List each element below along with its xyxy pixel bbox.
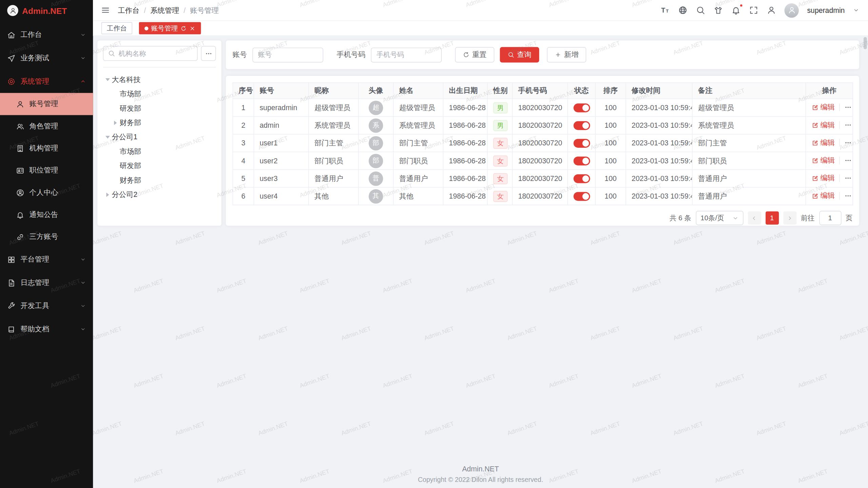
- reset-button[interactable]: 重置: [455, 47, 494, 63]
- username[interactable]: superadmin: [807, 6, 845, 14]
- tree-node-label: 财务部: [120, 118, 141, 128]
- edit-button[interactable]: 编辑: [811, 156, 839, 165]
- tab-account-management[interactable]: 账号管理: [139, 22, 201, 34]
- avatar: 超: [369, 100, 383, 115]
- edit-button[interactable]: 编辑: [811, 120, 839, 130]
- font-size-icon: TT: [660, 5, 670, 15]
- org-more-button[interactable]: [201, 46, 216, 61]
- tree-node[interactable]: 研发部: [103, 159, 216, 173]
- cell-modified: 2023-01-03 10:59:44: [626, 152, 692, 169]
- page-size-value: 10条/页: [701, 213, 724, 223]
- scrollbar-thumb[interactable]: [864, 37, 867, 49]
- breadcrumb-separator: /: [144, 6, 146, 14]
- status-toggle[interactable]: [573, 139, 590, 147]
- edit-button[interactable]: 编辑: [811, 102, 839, 112]
- org-tree-panel: 大名科技市场部研发部财务部分公司1市场部研发部财务部分公司2: [97, 40, 221, 226]
- globe-icon: [678, 5, 688, 15]
- sidebar-item-label: 业务测试: [20, 53, 80, 63]
- add-button[interactable]: 新增: [547, 47, 586, 63]
- cell-remark: 系统管理员: [692, 117, 806, 134]
- chevron-down-icon: [853, 7, 859, 13]
- search-button[interactable]: 查询: [500, 47, 539, 63]
- tree-node[interactable]: 市场部: [103, 144, 216, 159]
- tree-node[interactable]: 大名科技: [103, 73, 216, 87]
- search-icon[interactable]: [696, 5, 705, 15]
- close-icon[interactable]: [189, 25, 195, 31]
- font-size-icon[interactable]: TT: [660, 5, 670, 15]
- sidebar-item-workbench[interactable]: 工作台: [0, 23, 93, 47]
- account-input[interactable]: [252, 47, 323, 62]
- cell-actions: 编辑: [806, 134, 853, 152]
- more-actions-button[interactable]: [839, 104, 852, 111]
- sidebar-item-help-docs[interactable]: 帮助文档: [0, 318, 93, 341]
- sidebar-item-dev-tools[interactable]: 开发工具: [0, 294, 93, 318]
- sidebar-item-label: 职位管理: [29, 165, 86, 175]
- more-actions-button[interactable]: [839, 175, 852, 182]
- sidebar-item-personal-center[interactable]: 个人中心: [0, 182, 93, 204]
- sidebar-item-business-test[interactable]: 业务测试: [0, 46, 93, 70]
- avatar[interactable]: [785, 3, 799, 17]
- phone-input[interactable]: [371, 47, 442, 62]
- goto-page-input[interactable]: [819, 211, 841, 225]
- sidebar-item-log-management[interactable]: 日志管理: [0, 271, 93, 294]
- status-toggle[interactable]: [573, 103, 590, 112]
- page-size-select[interactable]: 10条/页: [695, 211, 743, 225]
- sidebar-item-notice-announcement[interactable]: 通知公告: [0, 204, 93, 226]
- status-toggle[interactable]: [573, 192, 590, 201]
- status-toggle[interactable]: [573, 121, 590, 130]
- cell-gender: 女: [488, 169, 512, 187]
- sidebar-item-system-management[interactable]: 系统管理: [0, 70, 93, 93]
- tree-node[interactable]: 研发部: [103, 101, 216, 116]
- tab-workbench[interactable]: 工作台: [101, 22, 132, 34]
- sidebar-item-org-management[interactable]: 机构管理: [0, 137, 93, 159]
- sidebar-item-label: 系统管理: [20, 76, 80, 86]
- more-actions-button[interactable]: [839, 192, 852, 200]
- tree-node[interactable]: 分公司1: [103, 130, 216, 144]
- sidebar-item-account-management[interactable]: 账号管理: [0, 93, 93, 115]
- profile-icon[interactable]: [767, 5, 776, 15]
- logo-icon: [7, 5, 18, 16]
- cell-remark: 超级管理员: [692, 99, 806, 116]
- bell-icon[interactable]: [731, 5, 741, 15]
- breadcrumb-item[interactable]: 工作台: [118, 5, 140, 15]
- refresh-icon[interactable]: [180, 25, 186, 31]
- next-page-button[interactable]: [783, 211, 796, 225]
- breadcrumb-item[interactable]: 系统管理: [150, 5, 179, 15]
- sidebar-item-role-management[interactable]: 角色管理: [0, 115, 93, 137]
- table-row: 6user4其他其其他1986-06-28女180200307201002023…: [233, 187, 853, 205]
- theme-icon[interactable]: [714, 5, 723, 15]
- more-actions-button[interactable]: [839, 157, 852, 164]
- tree-node[interactable]: 财务部: [103, 116, 216, 130]
- role-icon: [16, 122, 24, 130]
- globe-icon[interactable]: [678, 5, 688, 15]
- sidebar-item-third-party-account[interactable]: 三方账号: [0, 226, 93, 248]
- edit-button[interactable]: 编辑: [811, 138, 839, 148]
- column-header: 序号: [233, 83, 254, 99]
- avatar: 系: [369, 118, 383, 133]
- status-toggle[interactable]: [573, 157, 590, 165]
- tree-node[interactable]: 分公司2: [103, 187, 216, 202]
- menu-collapse-button[interactable]: [101, 5, 110, 15]
- page-1-button[interactable]: 1: [765, 211, 778, 225]
- tree-node[interactable]: 财务部: [103, 173, 216, 187]
- more-actions-button[interactable]: [839, 139, 852, 147]
- phone-label: 手机号码: [337, 50, 366, 60]
- user-menu-chevron-icon[interactable]: [853, 7, 859, 13]
- edit-button[interactable]: 编辑: [811, 173, 839, 183]
- header-icons: TT: [660, 5, 776, 15]
- tree-node-label: 财务部: [120, 176, 141, 185]
- org-search-input[interactable]: [118, 49, 193, 57]
- fullscreen-icon[interactable]: [749, 5, 758, 15]
- sidebar-item-position-management[interactable]: 职位管理: [0, 159, 93, 181]
- more-actions-button[interactable]: [839, 121, 852, 129]
- tree-node[interactable]: 市场部: [103, 87, 216, 101]
- sidebar-item-label: 开发工具: [20, 301, 80, 311]
- sidebar-item-platform-management[interactable]: 平台管理: [0, 248, 93, 271]
- cell-no: 5: [233, 169, 254, 187]
- cell-account: superadmin: [254, 99, 309, 116]
- prev-page-button[interactable]: [748, 211, 761, 225]
- cell-status: [568, 99, 595, 116]
- status-toggle[interactable]: [573, 174, 590, 183]
- edit-button[interactable]: 编辑: [811, 191, 839, 201]
- cell-avatar: 系: [358, 117, 393, 134]
